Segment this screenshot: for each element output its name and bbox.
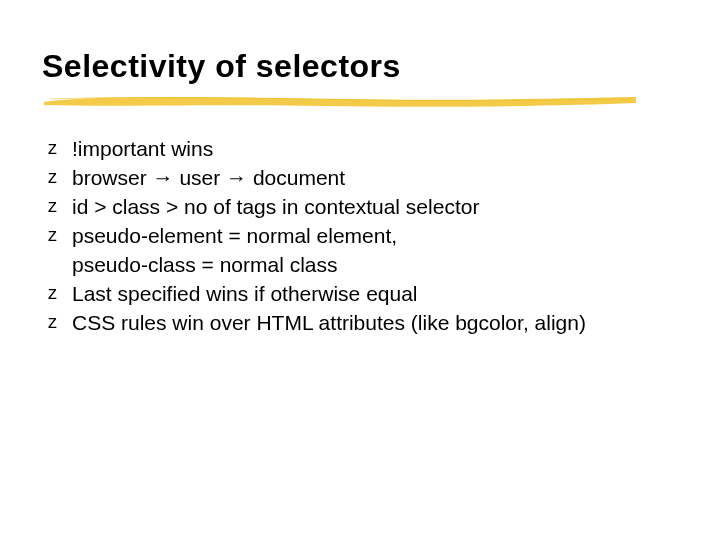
bullet-icon: z	[48, 280, 57, 308]
list-item: z Last specified wins if otherwise equal	[48, 280, 678, 309]
bullet-icon: z	[48, 222, 57, 250]
list-item: z browser → user → document	[48, 164, 678, 193]
arrow-icon: →	[147, 166, 180, 189]
bullet-icon: z	[48, 309, 57, 337]
bullet-icon: z	[48, 193, 57, 221]
bullet-list: z !important wins z browser → user → doc…	[42, 135, 678, 338]
bullet-text: !important wins	[72, 137, 213, 160]
list-item: z CSS rules win over HTML attributes (li…	[48, 309, 678, 338]
bullet-text: id > class > no of tags in contextual se…	[72, 195, 479, 218]
bullet-icon: z	[48, 135, 57, 163]
list-item: z id > class > no of tags in contextual …	[48, 193, 678, 222]
bullet-text: CSS rules win over HTML attributes (like…	[72, 311, 586, 334]
bullet-text: browser → user → document	[72, 166, 345, 189]
bullet-text: pseudo-element = normal element, pseudo-…	[72, 224, 397, 276]
title-underline	[40, 91, 640, 109]
bullet-icon: z	[48, 164, 57, 192]
slide: Selectivity of selectors z !important wi…	[0, 0, 720, 540]
list-item: z pseudo-element = normal element, pseud…	[48, 222, 678, 280]
list-item: z !important wins	[48, 135, 678, 164]
bullet-text: Last specified wins if otherwise equal	[72, 282, 418, 305]
slide-title: Selectivity of selectors	[42, 48, 678, 85]
brush-stroke-icon	[40, 91, 640, 109]
arrow-icon: →	[220, 166, 253, 189]
